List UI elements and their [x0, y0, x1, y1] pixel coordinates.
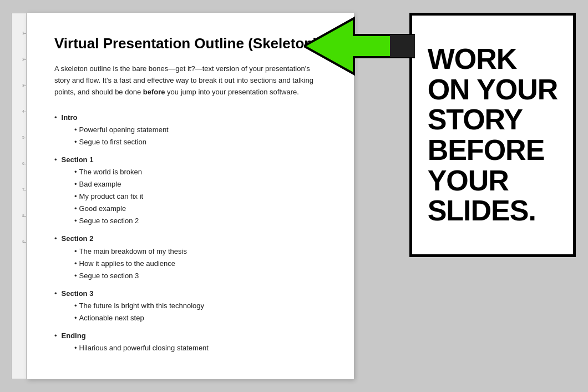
callout-line1: WORK — [428, 43, 517, 75]
s1-item-2: Bad example — [74, 178, 326, 190]
section-1: Section 1 The world is broken Bad exampl… — [54, 154, 326, 228]
callout-box: WORK ON YOUR STORY BEFORE YOUR SLIDES. — [409, 13, 576, 257]
ruler-marks: 1 2 3 4 5 6 7 8 9 — [12, 13, 26, 379]
doc-title: Virtual Presentation Outline (Skeleton) — [54, 35, 326, 52]
callout-line4: BEFORE — [428, 134, 545, 166]
doc-description: A skeleton outline is the bare bones—get… — [54, 63, 326, 98]
ending-item-1: Hilarious and powerful closing statement — [74, 342, 326, 354]
callout-text: WORK ON YOUR STORY BEFORE YOUR SLIDES. — [428, 44, 558, 226]
callout-line5: YOUR — [428, 164, 509, 197]
section-3: Section 3 The future is bright with this… — [54, 288, 326, 324]
s3-item-1: The future is bright with this technolog… — [74, 300, 326, 312]
s3-item-2: Actionable next step — [74, 312, 326, 324]
section-ending-title: Ending — [54, 330, 326, 342]
callout-line6: SLIDES. — [428, 194, 536, 227]
section-2: Section 2 The main breakdown of my thesi… — [54, 233, 326, 282]
s1-item-1: The world is broken — [74, 166, 326, 178]
s2-item-2: How it applies to the audience — [74, 258, 326, 270]
page-container: 1 2 3 4 5 6 7 8 9 Virtual Presentation O… — [0, 0, 588, 392]
callout-line3: STORY — [428, 103, 523, 135]
s1-item-4: Good example — [74, 203, 326, 215]
section-2-title: Section 2 — [54, 233, 326, 245]
section-intro: Intro Powerful opening statement Segue t… — [54, 112, 326, 148]
section-3-title: Section 3 — [54, 288, 326, 300]
ruler-left: 1 2 3 4 5 6 7 8 9 — [11, 13, 27, 379]
section-1-title: Section 1 — [54, 154, 326, 166]
svg-rect-1 — [390, 35, 415, 57]
section-ending: Ending Hilarious and powerful closing st… — [54, 330, 326, 354]
s2-item-3: Segue to section 3 — [74, 270, 326, 282]
s2-item-1: The main breakdown of my thesis — [74, 245, 326, 258]
arrow-container — [304, 16, 415, 79]
desc-bold: before — [143, 88, 165, 96]
desc-text-2: you jump into your presentation software… — [165, 88, 298, 96]
s1-item-3: My product can fix it — [74, 190, 326, 203]
arrow-icon — [304, 16, 415, 77]
section-intro-title: Intro — [54, 112, 326, 124]
callout-line2: ON YOUR — [428, 73, 558, 105]
outline-list: Intro Powerful opening statement Segue t… — [54, 112, 326, 355]
intro-item-1: Powerful opening statement — [74, 124, 326, 136]
s1-item-5: Segue to section 2 — [74, 215, 326, 227]
intro-item-2: Segue to first section — [74, 136, 326, 148]
